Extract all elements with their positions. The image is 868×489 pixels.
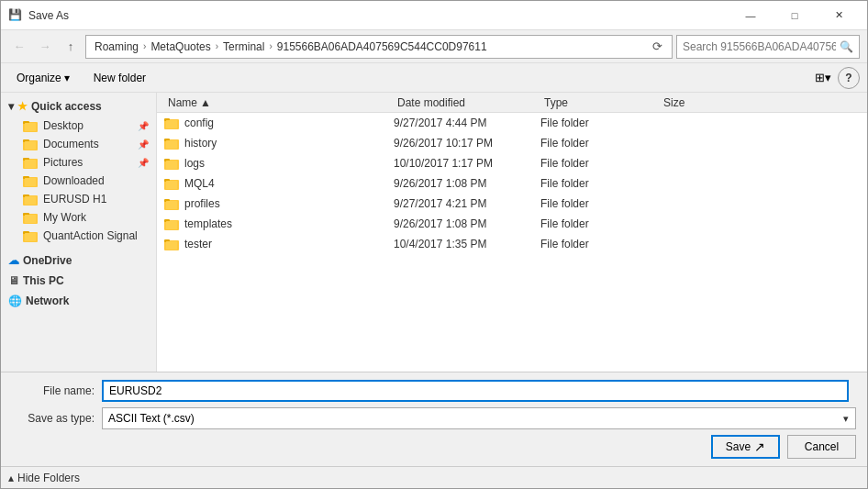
breadcrumb-path: Roaming › MetaQuotes › Terminal › 915566… — [92, 39, 644, 54]
svg-rect-35 — [166, 201, 177, 209]
eurusd-label: EURUSD H1 — [43, 193, 106, 206]
save-button[interactable]: Save ↗ — [711, 435, 780, 459]
file-name: tester — [184, 238, 212, 250]
table-row[interactable]: profiles 9/27/2017 4:21 PM File folder — [157, 194, 867, 214]
minimize-button[interactable]: — — [729, 3, 772, 28]
sidebar-network[interactable]: 🌐 Network — [1, 291, 156, 311]
breadcrumb-metaquotes[interactable]: MetaQuotes — [148, 39, 213, 54]
network-label: Network — [26, 295, 69, 307]
file-name: history — [184, 137, 217, 150]
sidebar-item-downloaded[interactable]: Downloaded — [1, 172, 156, 190]
sidebar-item-documents[interactable]: Documents 📌 — [1, 135, 156, 153]
folder-icon-quantaction — [23, 229, 38, 242]
filename-input[interactable] — [102, 380, 849, 402]
documents-label: Documents — [43, 138, 99, 150]
quick-access-label: Quick access — [31, 100, 102, 113]
pictures-pin-icon: 📌 — [138, 158, 149, 168]
thispc-icon: 🖥 — [8, 274, 19, 287]
table-row[interactable]: templates 9/26/2017 1:08 PM File folder — [157, 214, 867, 234]
folder-row-icon — [164, 177, 179, 190]
svg-rect-11 — [25, 178, 36, 186]
back-button[interactable]: ← — [8, 36, 30, 58]
table-row[interactable]: history 9/26/2017 10:17 PM File folder — [157, 133, 867, 153]
svg-rect-2 — [25, 123, 36, 131]
svg-rect-23 — [166, 120, 177, 128]
col-type-label: Type — [544, 96, 568, 109]
sidebar-item-mywork[interactable]: My Work — [1, 208, 156, 227]
col-name-label: Name — [168, 96, 197, 109]
hide-folders-button[interactable]: ▴ Hide Folders — [8, 472, 80, 484]
documents-pin-icon: 📌 — [138, 139, 149, 150]
svg-rect-32 — [166, 181, 177, 189]
table-row[interactable]: config 9/27/2017 4:44 PM File folder — [157, 113, 867, 133]
quick-access-chevron: ▾ — [8, 100, 14, 113]
search-input[interactable] — [683, 40, 836, 53]
folder-row-icon — [164, 117, 179, 129]
onedrive-label: OneDrive — [23, 254, 72, 267]
table-row[interactable]: MQL4 9/26/2017 1:08 PM File folder — [157, 173, 867, 194]
folder-row-icon — [164, 238, 179, 250]
table-row[interactable]: logs 10/10/2017 1:17 PM File folder — [157, 153, 867, 173]
search-box[interactable]: 🔍 — [676, 35, 860, 59]
sidebar-thispc[interactable]: 🖥 This PC — [1, 271, 156, 291]
filename-row: File name: — [12, 380, 856, 402]
file-type: File folder — [540, 117, 660, 129]
sidebar-item-desktop[interactable]: Desktop 📌 — [1, 117, 156, 135]
col-header-type[interactable]: Type — [540, 96, 660, 109]
cancel-button[interactable]: Cancel — [787, 435, 856, 459]
new-folder-button[interactable]: New folder — [85, 67, 154, 89]
file-type: File folder — [540, 197, 660, 210]
save-cursor-icon: ↗ — [754, 439, 765, 454]
filetype-row: Save as type: ASCII Text (*.csv) — [12, 407, 856, 429]
maximize-button[interactable]: □ — [773, 3, 816, 28]
bottom-panel: File name: Save as type: ASCII Text (*.c… — [1, 372, 867, 466]
svg-rect-29 — [166, 161, 177, 169]
breadcrumb-sep-3: › — [269, 41, 272, 51]
file-name: templates — [184, 217, 232, 230]
breadcrumb-terminal-id[interactable]: 915566BA06ADA407569C544CC0D97611 — [274, 39, 490, 54]
table-row[interactable]: tester 10/4/2017 1:35 PM File folder — [157, 234, 867, 254]
sidebar-quick-access[interactable]: ▾ ★ Quick access — [1, 96, 156, 117]
mywork-label: My Work — [43, 211, 86, 224]
window-title: Save As — [28, 9, 69, 22]
folder-icon-downloaded — [23, 174, 38, 187]
col-header-date[interactable]: Date modified — [394, 96, 540, 109]
col-header-size[interactable]: Size — [660, 96, 733, 109]
sidebar-onedrive[interactable]: ☁ OneDrive — [1, 250, 156, 271]
organize-label: Organize — [17, 72, 61, 84]
view-button[interactable]: ⊞ ▾ — [812, 67, 834, 89]
organize-dropdown-icon: ▾ — [64, 72, 70, 84]
breadcrumb-terminal[interactable]: Terminal — [220, 39, 267, 54]
help-button[interactable]: ? — [838, 67, 860, 89]
title-bar-controls: — □ ✕ — [729, 3, 860, 28]
svg-rect-41 — [166, 241, 177, 250]
address-bar[interactable]: Roaming › MetaQuotes › Terminal › 915566… — [85, 35, 673, 59]
view-icon: ⊞ — [815, 71, 825, 84]
sidebar-item-quantaction[interactable]: QuantAction Signal — [1, 227, 156, 245]
address-toolbar: ← → ↑ Roaming › MetaQuotes › Terminal › … — [1, 30, 867, 63]
refresh-button[interactable]: ⟳ — [648, 38, 666, 56]
filetype-select-wrapper[interactable]: ASCII Text (*.csv) — [102, 407, 856, 429]
view-dropdown-icon: ▾ — [825, 71, 831, 84]
up-button[interactable]: ↑ — [60, 36, 82, 58]
breadcrumb-roaming[interactable]: Roaming — [92, 39, 141, 54]
col-header-name[interactable]: Name ▲ — [164, 96, 394, 109]
sub-toolbar-right: ⊞ ▾ ? — [812, 67, 860, 89]
sidebar-item-eurusd[interactable]: EURUSD H1 — [1, 190, 156, 208]
col-size-label: Size — [663, 96, 684, 109]
file-type: File folder — [540, 238, 660, 250]
sidebar-item-pictures[interactable]: Pictures 📌 — [1, 153, 156, 172]
file-list-area: Name ▲ Date modified Type Size — [157, 93, 867, 372]
close-button[interactable]: ✕ — [818, 3, 860, 28]
file-name: config — [184, 117, 214, 129]
filetype-select[interactable]: ASCII Text (*.csv) — [102, 407, 856, 429]
sidebar: ▾ ★ Quick access Desktop 📌 Do — [1, 93, 157, 372]
quick-access-icon: ★ — [17, 100, 28, 113]
organize-button[interactable]: Organize ▾ — [8, 67, 78, 89]
network-icon: 🌐 — [8, 295, 22, 307]
file-type: File folder — [540, 217, 660, 230]
svg-rect-8 — [25, 160, 36, 168]
folder-row-icon — [164, 197, 179, 210]
filetype-label: Save as type: — [12, 412, 95, 425]
forward-button[interactable]: → — [34, 36, 56, 58]
